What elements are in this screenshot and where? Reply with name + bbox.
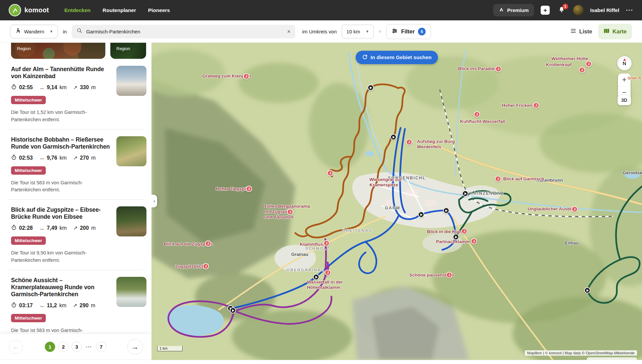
- map-attribution: Maplibre | © komoot | Map data © OpenStr…: [525, 350, 637, 356]
- premium-button[interactable]: Premium: [493, 4, 534, 16]
- poi-marker[interactable]: [585, 61, 592, 67]
- poi-marker[interactable]: [243, 73, 249, 79]
- clear-search-icon[interactable]: ×: [287, 29, 291, 34]
- poi-marker[interactable]: [406, 139, 412, 145]
- poi-marker[interactable]: [495, 176, 501, 182]
- sidebar-collapse-handle[interactable]: ‹: [151, 195, 157, 207]
- page-button-3[interactable]: 3: [72, 342, 82, 352]
- poi-marker[interactable]: [571, 206, 578, 212]
- tour-duration: 02:53: [11, 154, 33, 162]
- route-start-marker[interactable]: [443, 207, 449, 214]
- search-input[interactable]: [86, 29, 284, 34]
- location-search[interactable]: ×: [72, 25, 295, 38]
- add-square-icon[interactable]: +: [541, 6, 550, 15]
- user-avatar[interactable]: [573, 5, 583, 15]
- map-attribution-secondary: [587, 357, 637, 360]
- place-label: KAINZENBAD: [470, 191, 504, 196]
- next-page-button[interactable]: →: [127, 339, 143, 355]
- page-button-2[interactable]: 2: [58, 342, 69, 352]
- tour-card[interactable]: Auf der Alm – Tannenhütte Runde von Kain…: [0, 59, 151, 129]
- tour-thumbnail[interactable]: [116, 277, 146, 307]
- poi-label: Hoher Fricken: [502, 103, 532, 108]
- route-start-marker[interactable]: [367, 84, 374, 91]
- tour-card[interactable]: Historische Bobbahn – Rießersee Runde vo…: [0, 130, 151, 200]
- sport-mode-dropdown[interactable]: Wandern ▼: [10, 25, 58, 38]
- hiker-icon: [15, 28, 21, 35]
- ascent-icon: ↗: [73, 155, 78, 161]
- view-map-button[interactable]: Karte: [598, 24, 632, 39]
- poi-label: Blick ins Paradies: [458, 66, 497, 71]
- tour-list: Auf der Alm – Tannenhütte Runde von Kain…: [0, 59, 151, 347]
- poi-marker[interactable]: [474, 111, 480, 118]
- stopwatch-icon: [11, 224, 17, 232]
- nav-link-routenplaner[interactable]: Routenplaner: [103, 7, 136, 13]
- tour-duration: 02:28: [11, 224, 33, 232]
- user-name[interactable]: Isabel Riffel: [590, 7, 619, 13]
- ascent-icon: ↗: [73, 303, 78, 309]
- previous-page-button[interactable]: ←: [9, 340, 23, 354]
- route-start-marker[interactable]: [453, 234, 459, 240]
- route-start-marker[interactable]: [462, 190, 468, 197]
- nav-link-entdecken[interactable]: Entdecken: [64, 7, 90, 13]
- arrow-right-icon: →: [131, 343, 139, 351]
- region-card-label: Region: [116, 46, 130, 51]
- komoot-logo-icon[interactable]: [9, 4, 21, 16]
- route-start-marker[interactable]: [584, 287, 591, 294]
- search-this-area-button[interactable]: In diesem Gebiet suchen: [355, 51, 438, 64]
- ascent-icon: ↗: [73, 84, 78, 90]
- tour-thumbnail[interactable]: [116, 136, 146, 166]
- nav-link-pioneers[interactable]: Pioneers: [148, 7, 170, 13]
- navbar-right: Premium + 1 Isabel Riffel ···: [493, 4, 633, 16]
- filter-sliders-icon: [392, 28, 398, 35]
- poi-marker[interactable]: [327, 170, 333, 176]
- poi-marker[interactable]: [203, 263, 209, 269]
- page-button-1[interactable]: 1: [45, 342, 55, 352]
- 3d-mode-button[interactable]: 3D: [618, 95, 631, 105]
- view-list-button[interactable]: Liste: [568, 25, 594, 38]
- poi-marker[interactable]: [579, 67, 585, 73]
- stopwatch-icon: [11, 154, 17, 162]
- poi-marker[interactable]: [495, 66, 502, 72]
- poi-marker[interactable]: [323, 240, 330, 246]
- poi-marker[interactable]: [533, 102, 539, 109]
- distance-icon: ↔: [39, 155, 44, 161]
- poi-marker[interactable]: [325, 269, 331, 276]
- region-card[interactable]: Region: [110, 43, 146, 59]
- tour-distance: ↔ 9,76km: [39, 155, 67, 161]
- map-canvas[interactable]: Gratweg zum KienjochWeilheimer HütteKrot…: [151, 43, 642, 360]
- tour-ascent: ↗ 200m: [73, 225, 96, 231]
- poi-label: Hoher Ziegspitz: [216, 186, 249, 192]
- premium-label: Premium: [507, 7, 529, 13]
- poi-marker[interactable]: [461, 228, 467, 234]
- more-menu-icon[interactable]: ···: [626, 7, 633, 14]
- tour-card[interactable]: Blick auf die Zugspitze – Eibsee-Brücke …: [0, 200, 151, 270]
- poi-label: Partnachklamm: [436, 239, 470, 244]
- page-button-7[interactable]: 7: [96, 342, 106, 352]
- view-map-label: Karte: [613, 28, 627, 35]
- pagination-bar: ← 123···7 →: [0, 334, 151, 360]
- filter-button[interactable]: Filter 5: [386, 24, 431, 39]
- place-label: BREITENAU: [342, 228, 372, 232]
- place-label: GARM: [385, 206, 400, 210]
- radius-dropdown[interactable]: 10 km ▼: [342, 25, 374, 38]
- premium-mountain-icon: [499, 7, 504, 13]
- tour-thumbnail[interactable]: [116, 66, 146, 96]
- region-card-label: Region: [17, 46, 31, 51]
- poi-marker[interactable]: [471, 238, 477, 244]
- tour-thumbnail[interactable]: [116, 206, 146, 236]
- poi-marker[interactable]: [205, 240, 211, 247]
- arrow-left-icon: ←: [12, 343, 19, 351]
- tour-title: Auf der Alm – Tannenhütte Runde von Kain…: [11, 66, 110, 80]
- route-start-marker[interactable]: [230, 307, 236, 314]
- notifications-button[interactable]: 1: [556, 5, 566, 15]
- brand-name[interactable]: komoot: [24, 6, 49, 14]
- poi-marker[interactable]: [446, 272, 452, 278]
- route-start-marker[interactable]: [313, 274, 319, 280]
- region-card[interactable]: Region: [11, 43, 105, 59]
- compass-control[interactable]: N: [617, 56, 632, 70]
- tour-description: Die Tour ist 1,52 km von Garmisch-Parten…: [11, 109, 111, 124]
- route-start-marker[interactable]: [418, 211, 424, 218]
- route-start-marker[interactable]: [390, 134, 397, 140]
- poi-marker[interactable]: [287, 209, 293, 215]
- poi-marker[interactable]: [246, 186, 252, 192]
